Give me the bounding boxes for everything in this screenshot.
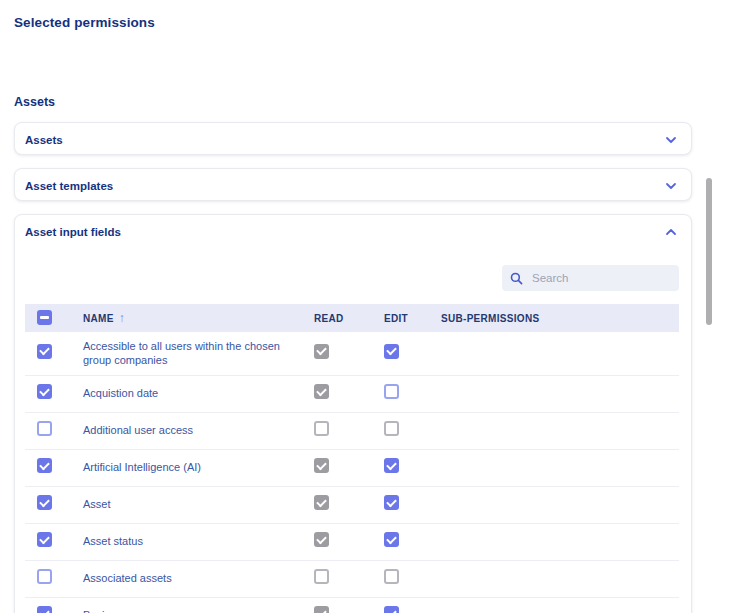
- edit-checkbox[interactable]: [384, 384, 399, 399]
- chevron-down-icon: [664, 133, 678, 147]
- read-checkbox: [314, 569, 329, 584]
- accordion-asset-templates-header[interactable]: Asset templates: [15, 169, 691, 202]
- accordion-label: Assets: [25, 134, 63, 146]
- column-header-name[interactable]: NAME ↑: [83, 311, 314, 325]
- search-input[interactable]: [530, 271, 671, 285]
- table-body: Accessible to all users within the chose…: [25, 332, 679, 613]
- table-row: Artificial Intelligence (AI): [25, 450, 679, 487]
- edit-checkbox[interactable]: [384, 495, 399, 510]
- edit-checkbox: [384, 569, 399, 584]
- vertical-scrollbar-thumb[interactable]: [706, 178, 712, 325]
- edit-checkbox: [384, 421, 399, 436]
- row-select-checkbox[interactable]: [37, 495, 52, 510]
- read-checkbox: [314, 344, 329, 359]
- edit-checkbox[interactable]: [384, 344, 399, 359]
- column-header-edit: EDIT: [384, 313, 441, 324]
- sort-asc-icon: ↑: [119, 311, 125, 325]
- edit-checkbox[interactable]: [384, 606, 399, 613]
- select-all-checkbox[interactable]: [37, 310, 52, 325]
- selected-permissions-page: Selected permissions Assets Assets Asset…: [0, 0, 737, 613]
- edit-checkbox[interactable]: [384, 532, 399, 547]
- search-box: [502, 265, 679, 291]
- accordion-asset-input-fields: Asset input fields NAME ↑ READ: [14, 214, 692, 613]
- read-checkbox: [314, 495, 329, 510]
- permissions-table: NAME ↑ READ EDIT SUB-PERMISSIONS Accessi…: [25, 304, 679, 613]
- accordion-assets: Assets: [14, 122, 692, 155]
- table-row: Asset status: [25, 524, 679, 561]
- read-checkbox: [314, 421, 329, 436]
- table-row: Additional user access: [25, 413, 679, 450]
- row-name: Acquistion date: [83, 379, 314, 407]
- search-icon: [510, 272, 523, 285]
- row-select-checkbox[interactable]: [37, 606, 52, 613]
- row-name: Business area access: [83, 601, 314, 613]
- section-title-assets: Assets: [14, 95, 55, 109]
- read-checkbox: [314, 606, 329, 613]
- table-row: Accessible to all users within the chose…: [25, 332, 679, 376]
- read-checkbox: [314, 384, 329, 399]
- table-row: Business area access: [25, 598, 679, 613]
- accordion-assets-header[interactable]: Assets: [15, 123, 691, 156]
- row-select-checkbox[interactable]: [37, 458, 52, 473]
- row-select-checkbox[interactable]: [37, 569, 52, 584]
- chevron-down-icon: [664, 179, 678, 193]
- row-select-checkbox[interactable]: [37, 532, 52, 547]
- column-header-sub-permissions: SUB-PERMISSIONS: [441, 313, 679, 324]
- read-checkbox: [314, 458, 329, 473]
- row-name: Accessible to all users within the chose…: [83, 332, 314, 375]
- column-header-read: READ: [314, 313, 384, 324]
- row-select-checkbox[interactable]: [37, 344, 52, 359]
- accordion-asset-input-fields-header[interactable]: Asset input fields: [15, 215, 691, 248]
- accordion-label: Asset input fields: [25, 226, 121, 238]
- table-row: Asset: [25, 487, 679, 524]
- read-checkbox: [314, 532, 329, 547]
- table-row: Associated assets: [25, 561, 679, 598]
- accordion-asset-templates: Asset templates: [14, 168, 692, 201]
- accordion-label: Asset templates: [25, 180, 113, 192]
- row-name: Additional user access: [83, 416, 314, 444]
- row-name: Artificial Intelligence (AI): [83, 453, 314, 481]
- page-title: Selected permissions: [14, 15, 155, 30]
- row-select-checkbox[interactable]: [37, 384, 52, 399]
- row-name: Associated assets: [83, 564, 314, 592]
- chevron-up-icon: [664, 225, 678, 239]
- row-select-checkbox[interactable]: [37, 421, 52, 436]
- row-name: Asset status: [83, 527, 314, 555]
- table-header-row: NAME ↑ READ EDIT SUB-PERMISSIONS: [25, 304, 679, 332]
- edit-checkbox[interactable]: [384, 458, 399, 473]
- row-name: Asset: [83, 490, 314, 518]
- table-row: Acquistion date: [25, 376, 679, 413]
